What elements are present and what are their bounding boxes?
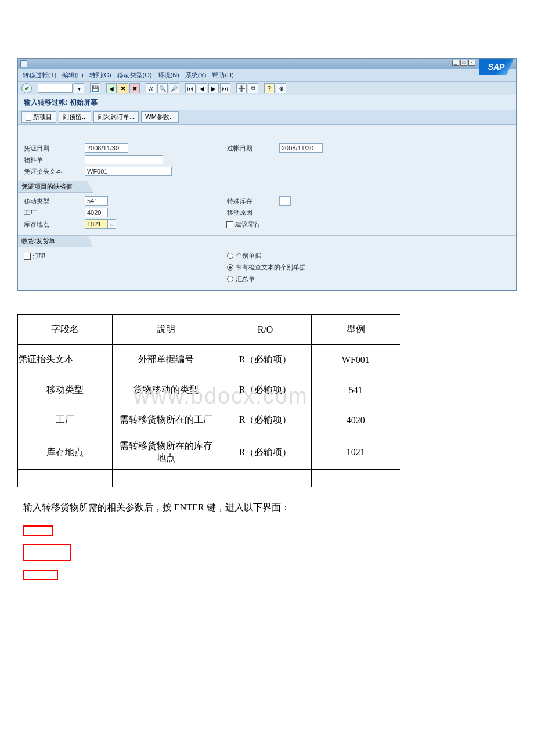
- firstpage-icon[interactable]: ⏮: [185, 83, 196, 93]
- menu-env[interactable]: 环境(N): [158, 71, 179, 80]
- label-reason: 移动原因: [227, 208, 279, 217]
- field-header-text[interactable]: WF001: [85, 167, 172, 176]
- f4-help-icon[interactable]: ⌕: [108, 219, 116, 229]
- help-icon[interactable]: ?: [264, 83, 275, 93]
- maximize-icon[interactable]: □: [460, 60, 467, 66]
- th-ro: R/O: [219, 315, 311, 345]
- label-doc-date: 凭证日期: [24, 144, 85, 153]
- document-icon: [20, 60, 27, 67]
- btn-to-reserve[interactable]: 到预留...: [59, 111, 91, 123]
- find-icon[interactable]: 🔍: [157, 83, 168, 93]
- cancel-icon[interactable]: ✖: [129, 83, 140, 93]
- section-defaults: 凭证项目的缺省值: [18, 181, 93, 193]
- radio-icon: [227, 276, 233, 282]
- field-post-date[interactable]: 2008/11/30: [279, 143, 323, 153]
- prevpage-icon[interactable]: ◀: [197, 83, 207, 93]
- findnext-icon[interactable]: 🔎: [169, 83, 179, 93]
- back-icon[interactable]: ◀: [106, 83, 117, 93]
- table-row-empty: [18, 470, 400, 487]
- enter-icon[interactable]: ✔: [21, 83, 32, 93]
- field-special-stock[interactable]: [279, 196, 291, 206]
- label-special-stock: 特殊库存: [227, 197, 279, 206]
- menu-edit[interactable]: 编辑(E): [62, 71, 84, 80]
- sap-window: _ □ × SAP 转移过帐(T) 编辑(E) 转到(G) 移动类型(O) 环境…: [17, 58, 517, 291]
- label-move-type: 移动类型: [24, 197, 85, 206]
- field-sloc[interactable]: 1021: [85, 219, 108, 229]
- btn-new-item[interactable]: 新项目: [21, 111, 56, 123]
- layout-icon[interactable]: ⚙: [276, 83, 286, 93]
- nextpage-icon[interactable]: ▶: [208, 83, 219, 93]
- table-row: 工厂 需转移货物所在的工厂 R（必输项） 4020: [18, 405, 400, 435]
- radio-icon: [227, 253, 233, 259]
- section-gr: 收货/发货单: [18, 235, 93, 247]
- label-plant: 工厂: [24, 208, 85, 217]
- table-row: 移动类型 货物移动的类型 R（必输项） 541: [18, 375, 400, 405]
- field-doc-date[interactable]: 2008/11/30: [85, 143, 128, 153]
- newmode-icon[interactable]: ➕: [236, 83, 247, 93]
- btn-to-po[interactable]: 到采购订单...: [93, 111, 139, 123]
- dropdown-icon[interactable]: ▾: [74, 83, 84, 93]
- app-toolbar: 新项目 到预留... 到采购订单... WM参数...: [18, 110, 516, 125]
- red-box-1: [23, 525, 53, 536]
- field-move-type[interactable]: 541: [85, 196, 108, 206]
- window-controls: _ □ ×: [452, 60, 475, 66]
- checkbox-suggest-zero[interactable]: 建议零行: [226, 220, 261, 229]
- page-title: 输入转移过帐: 初始屏幕: [18, 95, 516, 110]
- red-box-2: [23, 544, 71, 561]
- checkbox-print[interactable]: 打印: [24, 251, 45, 260]
- minimize-icon[interactable]: _: [452, 60, 459, 66]
- btn-wm[interactable]: WM参数...: [141, 111, 179, 123]
- red-highlight-boxes: [23, 525, 517, 580]
- page-icon: [26, 114, 31, 121]
- menu-movetype[interactable]: 移动类型(O): [117, 71, 152, 80]
- save-icon[interactable]: 💾: [90, 83, 100, 93]
- th-desc: 說明: [113, 315, 219, 345]
- th-field: 字段名: [18, 315, 113, 345]
- table-row: 库存地点 需转移货物所在的库存地点 R（必输项） 1021: [18, 435, 400, 470]
- btn-label: 新项目: [33, 113, 52, 121]
- sap-titlebar: [18, 59, 516, 69]
- th-example: 舉例: [311, 315, 400, 345]
- checkbox-icon: [24, 253, 31, 260]
- standard-toolbar: ✔ ▾ 💾 ◀ ✖ ✖ 🖨 🔍 🔎 ⏮ ◀ ▶ ⏭ ➕ ⧉ ? ⚙: [18, 81, 516, 95]
- label-sloc: 库存地点: [24, 220, 85, 229]
- menu-transfer[interactable]: 转移过帐(T): [23, 71, 56, 80]
- field-matdoc[interactable]: [85, 155, 163, 164]
- menubar: 转移过帐(T) 编辑(E) 转到(G) 移动类型(O) 环境(N) 系统(Y) …: [18, 69, 516, 81]
- label-header-text: 凭证抬头文本: [24, 167, 85, 176]
- menu-help[interactable]: 帮助(H): [212, 71, 233, 80]
- menu-system[interactable]: 系统(Y): [185, 71, 207, 80]
- red-box-3: [23, 570, 58, 580]
- radio-selected-icon: [227, 264, 233, 271]
- lastpage-icon[interactable]: ⏭: [220, 83, 230, 93]
- label-post-date: 过帐日期: [227, 144, 279, 153]
- print-icon[interactable]: 🖨: [146, 83, 156, 93]
- radio-individual-check[interactable]: 带有检查文本的个别单据: [227, 263, 306, 272]
- instruction-text: 输入转移货物所需的相关参数后，按 ENTER 键，进入以下界面：: [23, 502, 517, 514]
- menu-goto[interactable]: 转到(G): [89, 71, 111, 80]
- command-field[interactable]: [38, 84, 73, 93]
- label-matdoc: 物料单: [24, 156, 85, 164]
- field-plant[interactable]: 4020: [85, 208, 108, 217]
- field-description-table: 字段名 說明 R/O 舉例 凭证抬头文本 外部单据编号 R（必输项） WF001…: [17, 314, 400, 487]
- checkbox-icon: [226, 221, 233, 228]
- shortcut-icon[interactable]: ⧉: [248, 83, 258, 93]
- form-body: 凭证日期 2008/11/30 过帐日期 2008/11/30 物料单 凭证抬头…: [18, 125, 516, 290]
- exit-icon[interactable]: ✖: [118, 83, 128, 93]
- table-row: 凭证抬头文本 外部单据编号 R（必输项） WF001: [18, 345, 400, 375]
- radio-collective[interactable]: 汇总单: [227, 275, 255, 283]
- close-icon[interactable]: ×: [468, 60, 475, 66]
- radio-individual[interactable]: 个别单据: [227, 251, 261, 260]
